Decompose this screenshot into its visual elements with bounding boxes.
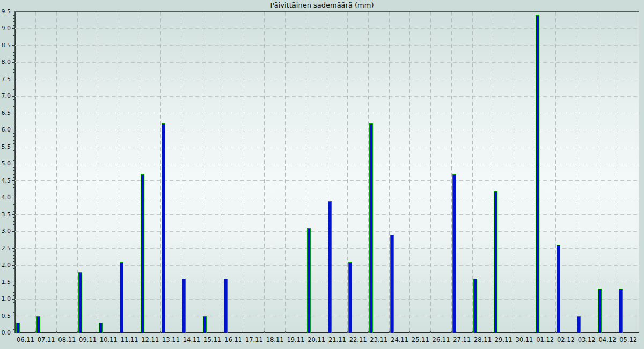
precipitation-chart: Päivittäinen sademäärä (mm) 0.00.51.01.5… [0, 0, 644, 349]
bar-29.11 [494, 191, 497, 333]
x-axis-tick [389, 331, 390, 333]
y-axis-minor-tick [13, 123, 15, 123]
vertical-gridline [98, 12, 98, 333]
x-axis-tick [119, 331, 119, 333]
y-axis-minor-tick [13, 120, 15, 120]
y-axis-minor-tick [13, 150, 15, 151]
x-tick-label: 21.11 [325, 336, 349, 344]
x-axis-tick [409, 331, 410, 333]
x-axis-tick [535, 331, 535, 333]
y-tick-label: 6.5 [0, 110, 11, 117]
y-axis-minor-tick [13, 39, 15, 39]
y-axis-minor-tick [13, 143, 15, 144]
x-tick-label: 06.11 [13, 336, 37, 344]
bar-16.11 [224, 279, 228, 333]
y-axis-minor-tick [13, 86, 15, 86]
vertical-gridline [285, 12, 286, 333]
y-axis-tick [12, 147, 15, 147]
y-axis-minor-tick [13, 35, 15, 36]
y-axis-minor-tick [13, 83, 15, 83]
y-axis-minor-tick [13, 55, 15, 56]
bar-24.11 [390, 235, 394, 333]
y-axis-minor-tick [13, 211, 15, 212]
y-axis-minor-tick [13, 289, 15, 289]
y-axis-minor-tick [13, 329, 15, 330]
y-axis-minor-tick [13, 312, 15, 313]
y-axis-minor-tick [13, 187, 15, 188]
plot-inner [15, 12, 639, 333]
vertical-gridline [77, 12, 78, 333]
vertical-gridline [327, 12, 327, 333]
x-tick-label: 02.12 [554, 336, 577, 344]
y-axis-minor-tick [13, 292, 15, 293]
y-axis-tick [12, 198, 15, 198]
y-axis-minor-tick [13, 295, 15, 296]
x-axis-tick [347, 331, 348, 333]
x-axis-tick [244, 331, 244, 333]
x-tick-label: 09.11 [76, 336, 100, 344]
y-axis-minor-tick [13, 326, 15, 326]
x-tick-label: 22.11 [346, 336, 370, 344]
vertical-gridline [223, 12, 223, 333]
y-axis-minor-tick [13, 272, 15, 272]
y-tick-label: 1.0 [0, 295, 11, 302]
y-axis-tick [12, 113, 15, 113]
y-axis-minor-tick [13, 251, 15, 252]
x-tick-label: 17.11 [242, 336, 266, 344]
y-axis-minor-tick [13, 49, 15, 49]
y-axis-minor-tick [13, 89, 15, 90]
y-axis-minor-tick [13, 279, 15, 279]
vertical-gridline [160, 12, 161, 333]
bar-11.11 [120, 262, 123, 333]
y-axis-tick [12, 180, 15, 181]
x-tick-label: 26.11 [429, 336, 453, 344]
y-tick-label: 4.0 [0, 194, 11, 201]
vertical-gridline [597, 12, 597, 333]
y-tick-label: 9.5 [0, 8, 11, 15]
y-axis-minor-tick [13, 157, 15, 157]
x-axis-tick [35, 331, 36, 333]
x-axis-tick [264, 331, 265, 333]
y-axis-tick [12, 28, 15, 29]
x-tick-label: 13.11 [159, 336, 183, 344]
y-axis-minor-tick [13, 72, 15, 73]
vertical-gridline [389, 12, 390, 333]
vertical-gridline [430, 12, 431, 333]
x-tick-label: 24.11 [388, 336, 412, 344]
x-tick-label: 14.11 [180, 336, 203, 344]
x-axis-tick [285, 331, 286, 333]
y-axis-minor-tick [13, 302, 15, 303]
x-tick-label: 07.11 [34, 336, 58, 344]
bar-10.11 [99, 323, 103, 333]
vertical-gridline [56, 12, 57, 333]
y-axis-minor-tick [13, 32, 15, 32]
x-tick-label: 16.11 [222, 336, 245, 344]
x-tick-label: 15.11 [201, 336, 224, 344]
y-axis-minor-tick [13, 228, 15, 228]
y-axis-minor-tick [13, 235, 15, 235]
vertical-gridline [618, 12, 618, 333]
vertical-gridline [202, 12, 202, 333]
y-axis-minor-tick [13, 21, 15, 22]
x-axis-tick [368, 331, 369, 333]
bar-27.11 [452, 174, 456, 333]
x-axis-tick [140, 331, 140, 333]
vertical-gridline [264, 12, 265, 333]
y-axis-minor-tick [13, 194, 15, 194]
y-tick-label: 5.0 [0, 160, 11, 167]
y-axis-tick [12, 62, 15, 63]
vertical-gridline [451, 12, 452, 333]
y-axis-minor-tick [13, 59, 15, 60]
y-axis-minor-tick [13, 191, 15, 191]
y-axis-minor-tick [13, 52, 15, 53]
y-axis-minor-tick [13, 42, 15, 42]
x-axis-tick [202, 331, 202, 333]
x-axis-tick [327, 331, 327, 333]
vertical-gridline [472, 12, 473, 333]
vertical-gridline [493, 12, 493, 333]
y-axis-minor-tick [13, 275, 15, 275]
y-axis-tick [12, 333, 15, 333]
y-axis-minor-tick [13, 208, 15, 208]
x-tick-label: 18.11 [263, 336, 287, 344]
x-axis-tick [618, 331, 618, 333]
